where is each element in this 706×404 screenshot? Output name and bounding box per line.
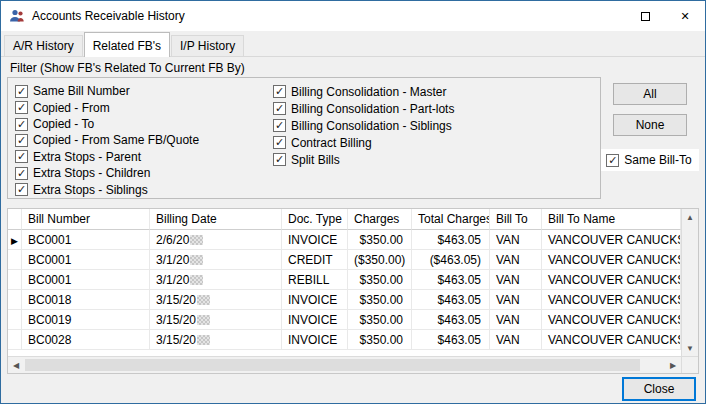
checkbox-icon[interactable]: ✓ [273, 153, 286, 166]
table-row[interactable]: BC00183/15/20INVOICE$350.00$463.05VANVAN… [8, 290, 681, 310]
column-header-billing-date[interactable]: Billing Date [150, 209, 282, 230]
table-grid: Bill NumberBilling DateDoc. TypeChargesT… [8, 209, 681, 356]
scroll-up-icon[interactable]: ▲ [682, 209, 698, 225]
cell-bill-to-name: VANCOUVER CANUCKS [542, 270, 681, 290]
column-header-bill-to[interactable]: Bill To [490, 209, 542, 230]
table-row[interactable]: BC00193/15/20INVOICE$350.00$463.05VANVAN… [8, 310, 681, 330]
cell-bill-to: VAN [490, 330, 542, 350]
checkbox-label: Billing Consolidation - Part-lots [291, 102, 454, 116]
checkbox-icon[interactable]: ✓ [15, 101, 28, 114]
redacted-year [190, 235, 203, 245]
checkbox-icon[interactable]: ✓ [15, 85, 28, 98]
same-bill-to-option[interactable]: ✓ Same Bill-To [601, 149, 698, 171]
cell-bill-to-name: VANCOUVER CANUCKS [542, 230, 681, 250]
table-row[interactable]: BC00013/1/20CREDIT($350.00)($463.05)VANV… [8, 250, 681, 270]
redacted-year [197, 335, 210, 345]
filter-option-extra-stops-parent[interactable]: ✓Extra Stops - Parent [15, 149, 273, 165]
cell-doc-type: CREDIT [282, 250, 348, 270]
column-header-charges[interactable]: Charges [348, 209, 412, 230]
filter-side-panel: All None ✓ Same Bill-To [601, 77, 699, 199]
horizontal-scroll-thumb[interactable] [25, 359, 640, 371]
filter-option-copied-from-same-fb-quote[interactable]: ✓Copied - From Same FB/Quote [15, 132, 273, 148]
close-window-button[interactable]: ✕ [665, 1, 705, 31]
filter-section: ✓Same Bill Number✓Copied - From✓Copied -… [7, 77, 699, 199]
none-button[interactable]: None [613, 114, 687, 136]
table-row[interactable]: ▶BC00012/6/20INVOICE$350.00$463.05VANVAN… [8, 230, 681, 250]
cell-bill-number: BC0028 [22, 330, 150, 350]
cell-charges: $350.00 [348, 230, 412, 250]
row-indicator [8, 310, 22, 330]
column-header-bill-number[interactable]: Bill Number [22, 209, 150, 230]
cell-doc-type: INVOICE [282, 330, 348, 350]
row-indicator [8, 290, 22, 310]
checkbox-icon[interactable]: ✓ [15, 183, 28, 196]
cell-charges: ($350.00) [348, 250, 412, 270]
column-header-bill-to-name[interactable]: Bill To Name [542, 209, 681, 230]
scroll-left-icon[interactable]: ◀ [8, 357, 24, 373]
checkbox-label: Extra Stops - Siblings [33, 183, 148, 197]
tab-strip: A/R HistoryRelated FB'sI/P History [1, 31, 705, 57]
cell-billing-date: 3/15/20 [150, 290, 282, 310]
column-header-total-charges[interactable]: Total Charges [412, 209, 490, 230]
filter-label: Filter (Show FB's Related To Current FB … [10, 61, 705, 75]
checkbox-icon[interactable]: ✓ [15, 150, 28, 163]
cell-bill-to-name: VANCOUVER CANUCKS [542, 330, 681, 350]
checkbox-label: Billing Consolidation - Master [291, 85, 446, 99]
cell-total-charges: $463.05 [412, 230, 490, 250]
filter-option-split-bills[interactable]: ✓Split Bills [273, 151, 600, 168]
restore-button[interactable] [625, 1, 665, 31]
cell-charges: $350.00 [348, 330, 412, 350]
filter-option-billing-consolidation-master[interactable]: ✓Billing Consolidation - Master [273, 83, 600, 100]
filter-option-extra-stops-children[interactable]: ✓Extra Stops - Children [15, 165, 273, 181]
close-button[interactable]: Close [622, 377, 696, 401]
filter-option-same-bill-number[interactable]: ✓Same Bill Number [15, 83, 273, 99]
filter-column-left: ✓Same Bill Number✓Copied - From✓Copied -… [15, 83, 273, 198]
filter-option-copied-from[interactable]: ✓Copied - From [15, 99, 273, 115]
column-header-doc-type[interactable]: Doc. Type [282, 209, 348, 230]
vertical-scrollbar[interactable]: ▲ ▼ [681, 209, 698, 356]
cell-bill-number: BC0001 [22, 250, 150, 270]
checkbox-icon[interactable]: ✓ [273, 136, 286, 149]
filter-option-billing-consolidation-siblings[interactable]: ✓Billing Consolidation - Siblings [273, 117, 600, 134]
table-row[interactable]: BC00013/1/20REBILL$350.00$463.05VANVANCO… [8, 270, 681, 290]
bottom-bar: Close [1, 374, 705, 403]
all-button[interactable]: All [613, 83, 687, 105]
scroll-down-icon[interactable]: ▼ [682, 340, 698, 356]
cell-bill-to: VAN [490, 250, 542, 270]
titlebar: Accounts Receivable History ✕ [1, 1, 705, 31]
filter-column-right: ✓Billing Consolidation - Master✓Billing … [273, 83, 600, 198]
checkbox-icon[interactable]: ✓ [273, 85, 286, 98]
filter-option-copied-to[interactable]: ✓Copied - To [15, 116, 273, 132]
filter-option-contract-billing[interactable]: ✓Contract Billing [273, 134, 600, 151]
cell-charges: $350.00 [348, 270, 412, 290]
cell-bill-to-name: VANCOUVER CANUCKS [542, 290, 681, 310]
table-row[interactable]: BC00283/15/20INVOICE$350.00$463.05VANVAN… [8, 330, 681, 350]
results-table: Bill NumberBilling DateDoc. TypeChargesT… [7, 208, 699, 374]
redacted-year [190, 255, 203, 265]
scrollbar-corner [681, 357, 698, 373]
tab-related-fb-s[interactable]: Related FB's [84, 32, 170, 57]
checkbox-icon[interactable]: ✓ [15, 118, 28, 131]
redacted-year [190, 275, 203, 285]
filter-option-extra-stops-siblings[interactable]: ✓Extra Stops - Siblings [15, 182, 273, 198]
cell-billing-date: 3/15/20 [150, 330, 282, 350]
cell-bill-to-name: VANCOUVER CANUCKS [542, 250, 681, 270]
window-controls: ✕ [625, 1, 705, 31]
checkbox-label: Copied - From Same FB/Quote [33, 133, 199, 147]
checkbox-icon[interactable]: ✓ [15, 167, 28, 180]
checkbox-icon[interactable]: ✓ [273, 102, 286, 115]
horizontal-scroll-track[interactable] [24, 357, 665, 373]
same-bill-to-checkbox-icon[interactable]: ✓ [606, 154, 619, 167]
cell-doc-type: INVOICE [282, 290, 348, 310]
restore-icon [641, 12, 650, 21]
checkbox-icon[interactable]: ✓ [15, 134, 28, 147]
filter-option-billing-consolidation-part-lots[interactable]: ✓Billing Consolidation - Part-lots [273, 100, 600, 117]
tab-i-p-history[interactable]: I/P History [171, 35, 244, 56]
vertical-scroll-track[interactable] [682, 225, 698, 340]
checkbox-label: Split Bills [291, 153, 340, 167]
checkbox-icon[interactable]: ✓ [273, 119, 286, 132]
scroll-right-icon[interactable]: ▶ [665, 357, 681, 373]
tab-a-r-history[interactable]: A/R History [4, 35, 83, 56]
horizontal-scrollbar[interactable]: ◀ ▶ [8, 356, 698, 373]
row-indicator [8, 270, 22, 290]
